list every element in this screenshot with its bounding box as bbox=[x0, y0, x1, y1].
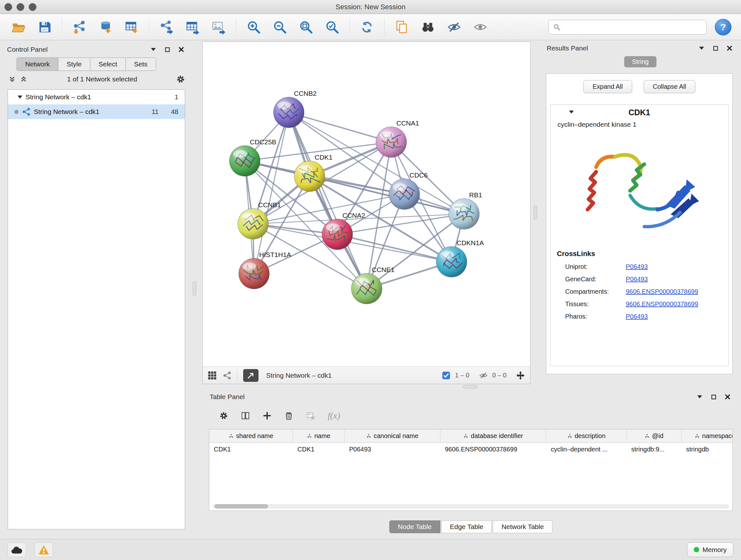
hidden-elements-button[interactable] bbox=[479, 371, 488, 380]
table-cell[interactable]: stringdb:9... bbox=[627, 443, 682, 457]
tab-select[interactable]: Select bbox=[90, 57, 126, 71]
crosslink-value-link[interactable]: 9606.ENSP00000378699 bbox=[626, 300, 698, 308]
import-network-file-button[interactable] bbox=[71, 17, 88, 37]
column-header--id[interactable]: @id bbox=[627, 429, 682, 443]
zoom-out-button[interactable] bbox=[271, 17, 289, 37]
network-options-gear-button[interactable] bbox=[176, 75, 185, 84]
crosslink-label: Uniprot: bbox=[565, 263, 626, 270]
control-panel-float-button[interactable] bbox=[163, 45, 172, 54]
left-splitter-handle[interactable] bbox=[193, 281, 196, 296]
annotations-button[interactable] bbox=[393, 17, 411, 37]
entry-collapse-caret-icon[interactable] bbox=[569, 111, 574, 114]
column-header-namespace[interactable]: namespace bbox=[682, 429, 733, 443]
show-columns-button[interactable] bbox=[241, 411, 250, 420]
table-panel-close-button[interactable] bbox=[723, 392, 732, 401]
zoom-selected-button[interactable] bbox=[323, 17, 341, 37]
memory-button[interactable]: Memory bbox=[687, 543, 733, 557]
control-panel-collapse-button[interactable] bbox=[149, 45, 158, 54]
traffic-light-close-button[interactable] bbox=[4, 3, 12, 11]
network-node-CCNA1[interactable]: CCNA1 bbox=[376, 119, 419, 158]
tab-node-table[interactable]: Node Table bbox=[389, 520, 441, 533]
delete-column-button[interactable] bbox=[284, 411, 293, 420]
results-panel-close-button[interactable] bbox=[725, 44, 734, 53]
tab-edge-table[interactable]: Edge Table bbox=[441, 520, 492, 533]
results-panel-collapse-button[interactable] bbox=[697, 44, 706, 53]
gene-entry-header[interactable]: CDK1 bbox=[550, 105, 728, 120]
table-cell[interactable]: stringdb bbox=[682, 443, 733, 457]
crosslink-value-link[interactable]: P06493 bbox=[626, 263, 648, 270]
expand-all-button[interactable]: Expand All bbox=[583, 80, 632, 93]
tab-network-table[interactable]: Network Table bbox=[493, 520, 552, 533]
open-in-window-button[interactable] bbox=[243, 369, 259, 382]
network-node-RB1[interactable]: RB1 bbox=[449, 191, 482, 229]
tab-string[interactable]: String bbox=[624, 56, 656, 67]
refresh-view-button[interactable] bbox=[358, 17, 376, 37]
export-image-button[interactable] bbox=[210, 17, 228, 37]
export-table-button[interactable] bbox=[184, 17, 202, 37]
network-edge-CCNB2-CCNA1[interactable] bbox=[289, 112, 391, 142]
tab-sets[interactable]: Sets bbox=[126, 57, 156, 71]
warnings-button[interactable] bbox=[35, 543, 53, 557]
table-cell[interactable]: 9606.ENSP00000378699 bbox=[441, 443, 546, 457]
toolbar-search[interactable] bbox=[548, 20, 706, 35]
scrollbar-thumb[interactable] bbox=[214, 504, 268, 509]
crosslink-value-link[interactable]: P06493 bbox=[626, 313, 648, 320]
show-all-button[interactable] bbox=[471, 17, 489, 37]
table-cell[interactable]: CDK1 bbox=[293, 443, 345, 457]
bottom-splitter-handle[interactable] bbox=[463, 385, 477, 388]
traffic-light-zoom-button[interactable] bbox=[29, 3, 37, 11]
traffic-light-minimize-button[interactable] bbox=[17, 3, 24, 11]
table-cell[interactable]: P06493 bbox=[345, 443, 441, 457]
tab-style[interactable]: Style bbox=[58, 57, 90, 71]
table-panel-float-button[interactable] bbox=[709, 392, 718, 401]
cloud-status-button[interactable] bbox=[8, 543, 26, 557]
table-horizontal-scrollbar[interactable] bbox=[212, 504, 729, 509]
table-options-gear-button[interactable] bbox=[219, 411, 228, 420]
export-network-button[interactable] bbox=[158, 17, 176, 37]
right-splitter-handle[interactable] bbox=[534, 205, 537, 220]
network-row[interactable]: String Network – cdk1 11 48 bbox=[8, 105, 185, 119]
zoom-fit-button[interactable] bbox=[297, 17, 315, 37]
help-button[interactable]: ? bbox=[715, 19, 731, 36]
delete-table-button[interactable] bbox=[306, 411, 315, 420]
column-header-database-identifier[interactable]: database identifier bbox=[441, 429, 546, 443]
network-edge-CCNB2-CCNE1[interactable] bbox=[289, 112, 367, 289]
table-cell[interactable]: cyclin–dependent ... bbox=[546, 443, 627, 457]
first-neighbors-button[interactable] bbox=[419, 17, 437, 37]
network-edge-CCNA2-CDKN1A[interactable] bbox=[337, 234, 452, 262]
expand-all-networks-button[interactable] bbox=[19, 75, 28, 84]
crosslink-value-link[interactable]: 9606.ENSP00000378699 bbox=[626, 288, 698, 295]
network-node-CCNB1[interactable]: CCNB1 bbox=[238, 201, 281, 239]
move-tool-button[interactable] bbox=[516, 371, 525, 380]
zoom-in-button[interactable] bbox=[245, 17, 263, 37]
column-header-shared-name[interactable]: shared name bbox=[209, 429, 293, 443]
function-builder-button[interactable]: f(x) bbox=[328, 411, 340, 421]
network-edge-CCNB2-HIST1H1A[interactable] bbox=[254, 112, 289, 273]
column-header-description[interactable]: description bbox=[546, 429, 627, 443]
search-input[interactable] bbox=[564, 23, 702, 30]
network-overview-button[interactable] bbox=[222, 371, 231, 380]
save-session-button[interactable] bbox=[36, 17, 54, 37]
collapse-all-networks-button[interactable] bbox=[8, 75, 17, 84]
open-session-button[interactable] bbox=[10, 17, 27, 37]
results-panel-float-button[interactable] bbox=[711, 44, 720, 53]
collapse-all-button[interactable]: Collapse All bbox=[644, 80, 696, 93]
add-column-button[interactable] bbox=[263, 411, 272, 420]
column-header-canonical-name[interactable]: canonical name bbox=[345, 429, 441, 443]
tree-expand-caret-icon[interactable] bbox=[17, 96, 22, 99]
crosslink-value-link[interactable]: P06493 bbox=[626, 275, 648, 283]
network-node-CCNB2[interactable]: CCNB2 bbox=[273, 90, 317, 128]
network-canvas-svg[interactable]: CCNB2CCNA1CDC25BCDK1CDC6RB1CCNB1CCNA2CDK… bbox=[203, 42, 530, 366]
selected-checkbox-icon[interactable] bbox=[442, 371, 451, 380]
hide-selected-button[interactable] bbox=[445, 17, 463, 37]
table-cell[interactable]: CDK1 bbox=[209, 443, 293, 457]
birdseye-grid-button[interactable] bbox=[208, 371, 217, 380]
network-collection-row[interactable]: String Network – cdk1 1 bbox=[8, 90, 185, 105]
import-table-button[interactable] bbox=[123, 17, 141, 37]
network-node-HIST1H1A[interactable]: HIST1H1A bbox=[239, 251, 291, 289]
control-panel-close-button[interactable] bbox=[177, 45, 186, 54]
import-network-database-button[interactable] bbox=[97, 17, 115, 37]
table-panel-collapse-button[interactable] bbox=[695, 392, 704, 401]
column-header-name[interactable]: name bbox=[293, 429, 345, 443]
tab-network[interactable]: Network bbox=[17, 57, 58, 71]
